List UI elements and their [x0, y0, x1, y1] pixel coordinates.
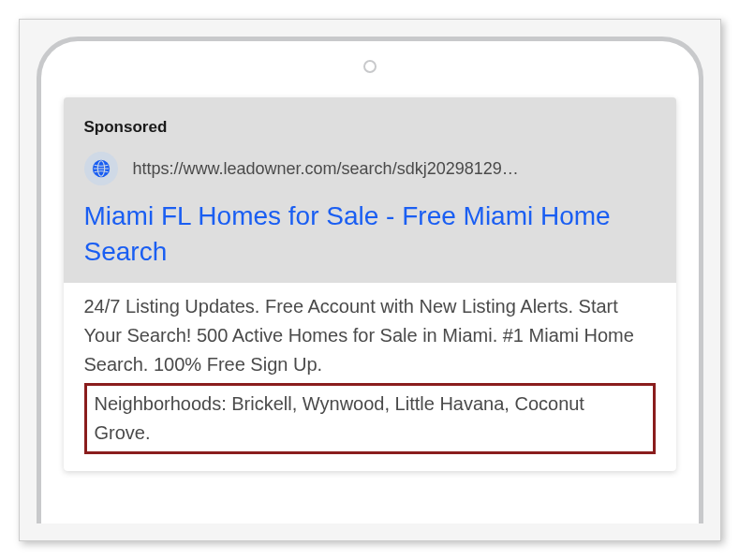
- globe-icon: [84, 152, 118, 185]
- ad-description: 24/7 Listing Updates. Free Account with …: [84, 292, 656, 379]
- ad-body: 24/7 Listing Updates. Free Account with …: [64, 283, 676, 471]
- ad-header: Sponsored https://www.leadowner.com/sear…: [64, 97, 676, 283]
- sponsored-ad-card[interactable]: Sponsored https://www.leadowner.com/sear…: [64, 97, 676, 471]
- ad-title-link[interactable]: Miami FL Homes for Sale - Free Miami Hom…: [84, 199, 656, 270]
- tablet-mockup: Sponsored https://www.leadowner.com/sear…: [37, 37, 703, 523]
- ad-url-row: https://www.leadowner.com/search/sdkj202…: [84, 152, 656, 185]
- sponsored-label: Sponsored: [84, 118, 656, 137]
- screenshot-frame: Sponsored https://www.leadowner.com/sear…: [19, 19, 721, 541]
- tablet-camera-icon: [363, 60, 377, 73]
- ad-url: https://www.leadowner.com/search/sdkj202…: [133, 159, 519, 179]
- callout-text: Neighborhoods: Brickell, Wynwood, Little…: [95, 390, 645, 448]
- highlighted-callout: Neighborhoods: Brickell, Wynwood, Little…: [84, 383, 656, 454]
